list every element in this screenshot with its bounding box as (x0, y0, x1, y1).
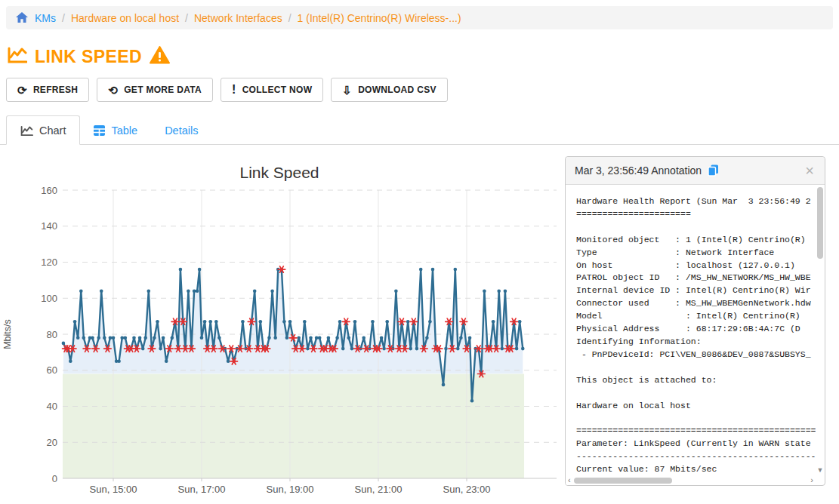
chart-tab-icon (20, 125, 33, 137)
svg-text:Sun, 15:00: Sun, 15:00 (90, 484, 137, 495)
svg-text:60: 60 (47, 364, 57, 376)
svg-text:80: 80 (47, 329, 57, 340)
annotation-panel: Mar 3, 23:56:49 Annotation × Hardware He… (565, 156, 825, 486)
annotation-title: Mar 3, 23:56:49 Annotation (575, 164, 702, 177)
page-title: LINK SPEED (35, 47, 142, 67)
svg-text:100: 100 (41, 293, 57, 304)
copy-icon[interactable] (708, 164, 719, 177)
chart-title: Link Speed (239, 164, 319, 181)
toolbar: ⟳ REFRESH ⟲ GET MORE DATA ! COLLECT NOW … (6, 78, 839, 102)
svg-text:20: 20 (47, 437, 57, 448)
line-chart-icon (8, 46, 27, 67)
table-tab-icon (94, 125, 105, 136)
breadcrumb-item-2[interactable]: Network Interfaces (194, 12, 282, 24)
warning-icon (150, 46, 170, 67)
y-axis-label: Mbits/s (2, 319, 13, 349)
collect-now-button[interactable]: ! COLLECT NOW (221, 78, 323, 102)
svg-text:160: 160 (41, 185, 57, 196)
exclamation-icon: ! (232, 84, 236, 96)
get-more-data-button[interactable]: ⟲ GET MORE DATA (97, 78, 213, 102)
svg-text:140: 140 (41, 220, 57, 232)
link-speed-chart: 020406080100120140160Sun, 15:00Sun, 17:0… (0, 145, 565, 504)
annotation-panel-header: Mar 3, 23:56:49 Annotation × (566, 157, 825, 185)
breadcrumb-separator: / (185, 12, 188, 24)
home-icon[interactable] (16, 12, 28, 23)
close-icon[interactable]: × (804, 163, 816, 178)
horizontal-scrollbar[interactable]: ‹ › (566, 475, 816, 485)
scroll-left-arrow[interactable]: ‹ (568, 476, 571, 484)
svg-text:Sun, 17:00: Sun, 17:00 (178, 484, 226, 495)
breadcrumb-item-0[interactable]: KMs (35, 12, 56, 24)
refresh-button[interactable]: ⟳ REFRESH (6, 78, 89, 102)
tab-details[interactable]: Details (151, 115, 211, 144)
breadcrumb-separator: / (62, 12, 65, 24)
breadcrumb: KMs/Hardware on local host/Network Inter… (6, 6, 833, 29)
tab-table[interactable]: Table (80, 115, 151, 144)
download-csv-button[interactable]: ⇩ DOWNLOAD CSV (331, 78, 447, 102)
tab-bar: Chart Table Details (0, 115, 839, 145)
download-icon: ⇩ (342, 85, 352, 96)
svg-text:120: 120 (41, 257, 57, 268)
horizontal-scrollbar-thumb[interactable] (574, 478, 672, 484)
svg-text:Sun, 21:00: Sun, 21:00 (355, 484, 403, 495)
breadcrumb-item-1[interactable]: Hardware on local host (71, 12, 179, 24)
svg-text:0: 0 (52, 473, 57, 484)
annotation-text: Hardware Health Report (Sun Mar 3 23:56:… (566, 185, 816, 475)
tab-chart[interactable]: Chart (6, 115, 80, 145)
vertical-scrollbar-thumb[interactable] (817, 187, 823, 259)
scroll-right-arrow[interactable]: › (810, 476, 813, 484)
breadcrumb-separator: / (288, 12, 291, 24)
history-icon: ⟲ (108, 85, 118, 96)
page-header: LINK SPEED (8, 46, 839, 67)
breadcrumb-item-3[interactable]: 1 (Intel(R) Centrino(R) Wireless-...) (298, 12, 461, 24)
refresh-icon: ⟳ (17, 85, 27, 96)
svg-text:Sun, 23:00: Sun, 23:00 (443, 484, 491, 495)
green-band (63, 374, 524, 478)
svg-text:40: 40 (47, 401, 57, 412)
scroll-down-arrow[interactable]: ▼ (816, 466, 825, 474)
vertical-scrollbar[interactable]: ▼ (816, 185, 825, 475)
svg-text:Sun, 19:00: Sun, 19:00 (267, 484, 314, 495)
